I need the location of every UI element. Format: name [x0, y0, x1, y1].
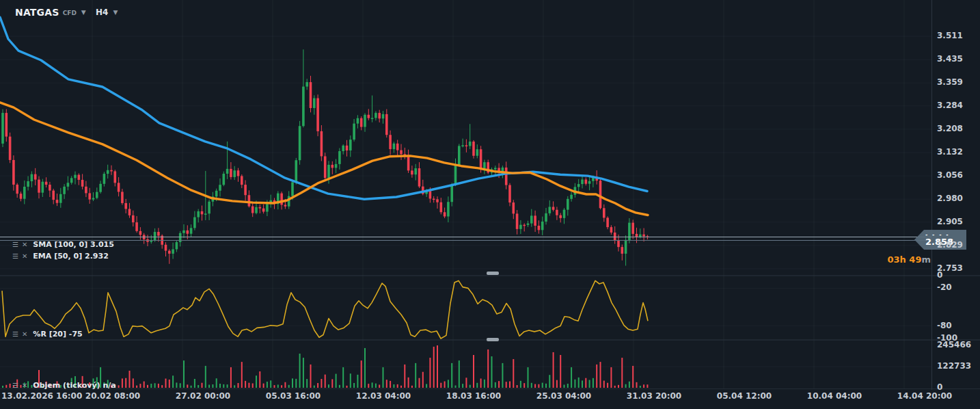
countdown-suffix: m: [921, 254, 931, 265]
volume-axis-label: 0: [937, 382, 942, 392]
volume-axis-label: 122733: [937, 361, 971, 371]
trading-chart-window: NATGAS CFD ▼ H4 ▼ ☰ ✕ SMA [100, 0] 3.015…: [0, 0, 980, 409]
candle-countdown: 03h 49m: [865, 254, 931, 265]
symbol-type-badge: CFD: [63, 10, 77, 16]
indicator-label: SMA [100, 0] 3.015: [33, 240, 114, 249]
oscillator-axis-label: -20: [937, 282, 952, 292]
time-axis-label: 25.03 04:00: [536, 391, 591, 401]
indicator-label: Objem (tickový) n/a: [33, 381, 115, 390]
symbol-name: NATGAS: [15, 7, 59, 18]
time-axis-label: 20.02 08:00: [85, 391, 140, 401]
chevron-down-icon: ▼: [81, 9, 86, 16]
time-axis-label: 18.03 16:00: [446, 391, 501, 401]
indicator-settings-icon[interactable]: ☰: [12, 382, 18, 389]
time-axis-label: 13.02.2026 16:00: [1, 391, 82, 401]
price-axis-label: 3.511: [937, 31, 963, 40]
time-axis-label: 05.03 16:00: [266, 391, 321, 401]
countdown-value: 03h 49: [887, 254, 921, 265]
price-axis-label: 3.359: [937, 77, 963, 87]
grid-lines: [0, 0, 931, 388]
price-axis-label: 3.435: [937, 54, 963, 64]
chevron-down-icon: ▼: [113, 9, 118, 16]
indicator-label: EMA [50, 0] 2.932: [33, 252, 108, 261]
indicator-settings-icon[interactable]: ☰: [12, 241, 18, 248]
timeframe-label: H4: [96, 8, 108, 17]
indicator-row-williams-r[interactable]: ☰ ✕ %R [20] -75: [12, 329, 83, 339]
price-axis-label: 3.132: [937, 147, 963, 157]
chart-canvas[interactable]: [0, 0, 980, 409]
chart-overlays: [0, 0, 980, 390]
indicator-label: %R [20] -75: [33, 330, 82, 339]
oscillator-axis-label: 0: [937, 270, 942, 280]
indicator-remove-icon[interactable]: ✕: [22, 241, 27, 248]
moving-average-lines: [0, 17, 648, 215]
time-axis-label: 27.02 00:00: [176, 391, 230, 401]
candlestick-series: [1, 49, 649, 265]
symbol-selector[interactable]: NATGAS CFD ▼: [15, 5, 86, 19]
price-axis-label: 2.829: [937, 240, 963, 250]
timeframe-selector[interactable]: H4 ▼: [96, 5, 118, 19]
williams-r-line: [2, 280, 648, 339]
price-axis-label: 2.980: [937, 194, 963, 203]
oscillator-axis-label: -80: [937, 321, 952, 330]
price-axis-label: 2.905: [937, 217, 963, 226]
volume-axis-label: 245466: [937, 340, 971, 349]
indicator-settings-icon[interactable]: ☰: [12, 331, 18, 338]
indicator-remove-icon[interactable]: ✕: [22, 382, 27, 389]
indicator-settings-icon[interactable]: ☰: [12, 253, 18, 260]
price-axis-label: 3.056: [937, 170, 963, 180]
time-axis-label: 12.03 04:00: [356, 391, 411, 401]
indicator-row-ema[interactable]: ☰ ✕ EMA [50, 0] 2.932: [12, 251, 109, 261]
time-axis-label: 10.04 04:00: [807, 391, 862, 401]
indicator-row-volume[interactable]: ☰ ✕ Objem (tickový) n/a: [12, 380, 116, 391]
time-axis-label: 31.03 20:00: [627, 391, 681, 401]
indicator-row-sma[interactable]: ☰ ✕ SMA [100, 0] 3.015: [12, 239, 114, 250]
indicator-remove-icon[interactable]: ✕: [22, 253, 27, 260]
time-axis-label: 14.04 20:00: [897, 391, 952, 401]
price-axis-label: 3.284: [937, 101, 963, 110]
indicator-remove-icon[interactable]: ✕: [22, 331, 27, 338]
price-axis-label: 3.208: [937, 124, 963, 133]
time-axis-label: 05.04 12:00: [717, 391, 772, 401]
